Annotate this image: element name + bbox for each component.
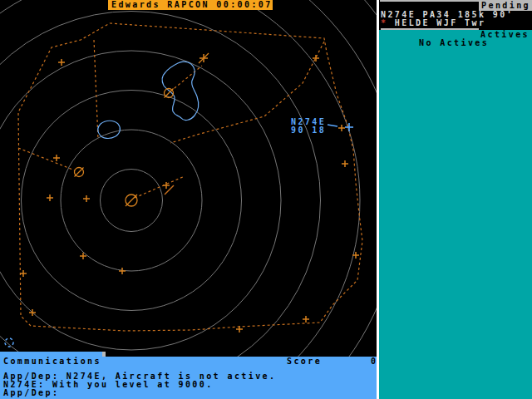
flight-strip-panel: Pending N274E PA34 185k 90' * HELDE WJF …: [379, 0, 532, 399]
panel-divider: [377, 0, 379, 399]
pending-strip[interactable]: * HELDE WJF Twr: [381, 19, 485, 27]
lake-outline: [162, 62, 198, 120]
score-label: Score: [287, 357, 322, 366]
communications-title: Communications: [3, 357, 101, 366]
actives-panel: Actives No Actives: [379, 30, 532, 399]
radar-map: N274E90 18: [0, 0, 377, 399]
aircraft-datablock-altspeed[interactable]: 90 18: [291, 126, 326, 135]
lake-outline: [98, 121, 121, 138]
pending-top-border: [380, 0, 481, 2]
communications-panel: Communications Score 0 App/Dep: N274E, A…: [0, 357, 377, 399]
airway-line: [135, 176, 185, 198]
radar-display[interactable]: N274E90 18: [0, 0, 377, 399]
no-actives-label: No Actives: [419, 38, 489, 47]
sector-boundary: [18, 23, 362, 331]
leader-line: [328, 125, 337, 126]
range-ring: [0, 51, 281, 350]
pending-strip-text: HELDE WJF Twr: [387, 18, 485, 27]
range-ring: [0, 0, 360, 399]
airway-line: [170, 66, 202, 91]
title-bar: Edwards RAPCON 00:00:07: [108, 0, 273, 10]
command-prompt[interactable]: App/Dep:: [3, 389, 59, 397]
range-ring: [0, 12, 321, 390]
